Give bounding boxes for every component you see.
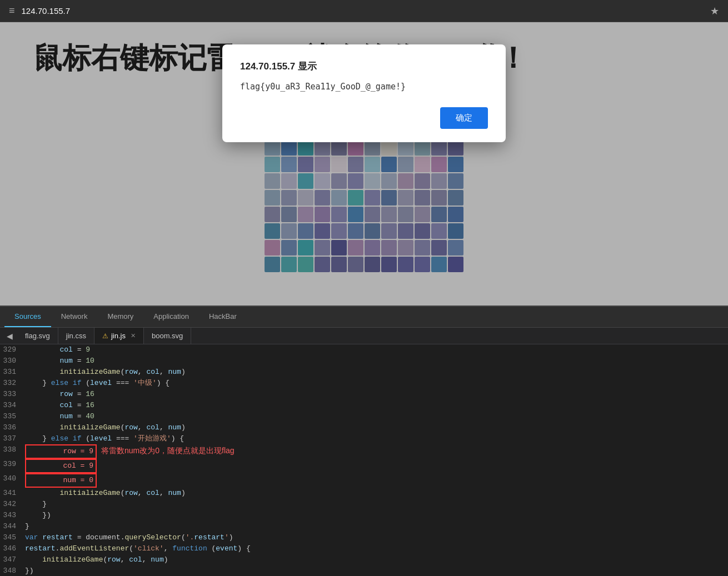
line-number: 333 xyxy=(0,389,25,400)
code-line: 332 } else if (level === '中级') { xyxy=(0,378,728,389)
line-number: 337 xyxy=(0,433,25,444)
code-line: 341 initializeGame(row, col, num) xyxy=(0,488,728,499)
line-number: 340 xyxy=(0,473,25,484)
line-content: initializeGame(row, col, num) xyxy=(25,488,186,499)
filetab-collapse-icon[interactable]: ◀ xyxy=(2,328,17,344)
line-content: num = 10 xyxy=(25,355,94,367)
code-line: 331 initializeGame(row, col, num) xyxy=(0,367,728,378)
code-line: 344} xyxy=(0,521,728,532)
code-line: 330 num = 10 xyxy=(0,355,728,367)
line-number: 348 xyxy=(0,565,25,576)
code-line: 333 row = 16 xyxy=(0,389,728,400)
line-content: initializeGame(row, col, num) xyxy=(25,554,168,565)
code-line: 342 } xyxy=(0,499,728,510)
line-number: 336 xyxy=(0,422,25,433)
line-number: 334 xyxy=(0,400,25,411)
code-line: 329 col = 9 xyxy=(0,344,728,355)
tab-hackbar[interactable]: HackBar xyxy=(199,307,247,327)
code-line: 348}) xyxy=(0,565,728,576)
code-line: 345var restart = document.querySelector(… xyxy=(0,532,728,543)
line-number: 330 xyxy=(0,355,25,367)
dialog-message: flag{y0u_aR3_Rea11y_GooD_@_game!} xyxy=(240,82,488,92)
line-content: col = 16 xyxy=(25,400,94,411)
line-number: 339 xyxy=(0,459,25,470)
code-line: 340 num = 0 xyxy=(0,473,728,488)
line-content: col = 9 xyxy=(25,344,90,355)
sources-filetabs: ◀ flag.svg jin.css ⚠ jin.js ✕ boom.svg xyxy=(0,328,728,344)
line-content: } xyxy=(25,499,47,510)
filetab-boomsvg-label: boom.svg xyxy=(152,332,183,340)
line-content: }) xyxy=(25,565,34,576)
line-content: restart.addEventListener('click', functi… xyxy=(25,543,251,554)
page-content: 鼠标右键标记雷 … 就会给你flag哟！ 124.70.155.7 显示 fla… xyxy=(0,22,728,305)
line-content: initializeGame(row, col, num) xyxy=(25,367,186,378)
code-line: 335 num = 40 xyxy=(0,411,728,422)
line-content: col = 9 xyxy=(25,459,97,473)
line-number: 342 xyxy=(0,499,25,510)
code-line: 346restart.addEventListener('click', fun… xyxy=(0,543,728,554)
line-content: } xyxy=(25,521,29,532)
line-number: 338 xyxy=(0,444,25,455)
filetab-boomsvg[interactable]: boom.svg xyxy=(144,328,191,344)
tab-memory[interactable]: Memory xyxy=(97,307,143,327)
code-line: 334 col = 16 xyxy=(0,400,728,411)
line-content: } else if (level === '中级') { xyxy=(25,378,169,389)
dialog-confirm-button[interactable]: 确定 xyxy=(440,107,488,129)
browser-icon: ≡ xyxy=(9,5,15,17)
devtools-panel: Sources Network Memory Application HackB… xyxy=(0,305,728,576)
line-number: 345 xyxy=(0,532,25,543)
line-content: initializeGame(row, col, num) xyxy=(25,422,186,433)
filetab-jinjs-label: jin.js xyxy=(111,332,126,340)
code-line: 337 } else if (level === '开始游戏') { xyxy=(0,433,728,444)
dialog-box: 124.70.155.7 显示 flag{y0u_aR3_Rea11y_GooD… xyxy=(222,44,506,142)
line-number: 332 xyxy=(0,378,25,389)
filetab-flagsvg-label: flag.svg xyxy=(25,332,50,340)
line-content: }) xyxy=(25,510,51,521)
browser-bar: ≡ 124.70.155.7 ★ xyxy=(0,0,728,22)
code-line: 338 row = 9将雷数num改为0，随便点就是出现flag xyxy=(0,444,728,459)
dialog-overlay: 124.70.155.7 显示 flag{y0u_aR3_Rea11y_GooD… xyxy=(0,22,728,305)
line-content: } else if (level === '开始游戏') { xyxy=(25,433,184,444)
line-content: row = 9将雷数num改为0，随便点就是出现flag xyxy=(25,444,235,459)
code-annotation: 将雷数num改为0，随便点就是出现flag xyxy=(101,446,235,455)
line-number: 347 xyxy=(0,554,25,565)
star-icon[interactable]: ★ xyxy=(710,5,719,17)
dialog-title: 124.70.155.7 显示 xyxy=(240,60,488,73)
line-number: 329 xyxy=(0,344,25,355)
filetab-jinjs[interactable]: ⚠ jin.js ✕ xyxy=(94,328,144,344)
code-line: 343 }) xyxy=(0,510,728,521)
line-content: num = 40 xyxy=(25,411,94,422)
code-editor: 329 col = 9330 num = 10331 initializeGam… xyxy=(0,344,728,576)
tab-network[interactable]: Network xyxy=(51,307,98,327)
dialog-buttons: 确定 xyxy=(240,107,488,129)
line-content: row = 16 xyxy=(25,389,94,400)
code-line: 347 initializeGame(row, col, num) xyxy=(0,554,728,565)
code-line: 339 col = 9 xyxy=(0,459,728,473)
filetab-close-icon[interactable]: ✕ xyxy=(131,332,136,339)
line-number: 335 xyxy=(0,411,25,422)
devtools-tabs: Sources Network Memory Application HackB… xyxy=(0,307,728,328)
line-number: 341 xyxy=(0,488,25,499)
tab-application[interactable]: Application xyxy=(143,307,199,327)
filetab-jincss-label: jin.css xyxy=(66,332,86,340)
warning-icon: ⚠ xyxy=(102,332,108,340)
line-number: 346 xyxy=(0,543,25,554)
code-line: 336 initializeGame(row, col, num) xyxy=(0,422,728,433)
filetab-jincss[interactable]: jin.css xyxy=(58,328,94,344)
line-content: num = 0 xyxy=(25,473,97,488)
line-number: 344 xyxy=(0,521,25,532)
line-content: var restart = document.querySelector('.r… xyxy=(25,532,233,543)
browser-url: 124.70.155.7 xyxy=(22,6,71,16)
filetab-flagsvg[interactable]: flag.svg xyxy=(17,328,58,344)
line-number: 343 xyxy=(0,510,25,521)
line-number: 331 xyxy=(0,367,25,378)
tab-sources[interactable]: Sources xyxy=(4,307,51,327)
